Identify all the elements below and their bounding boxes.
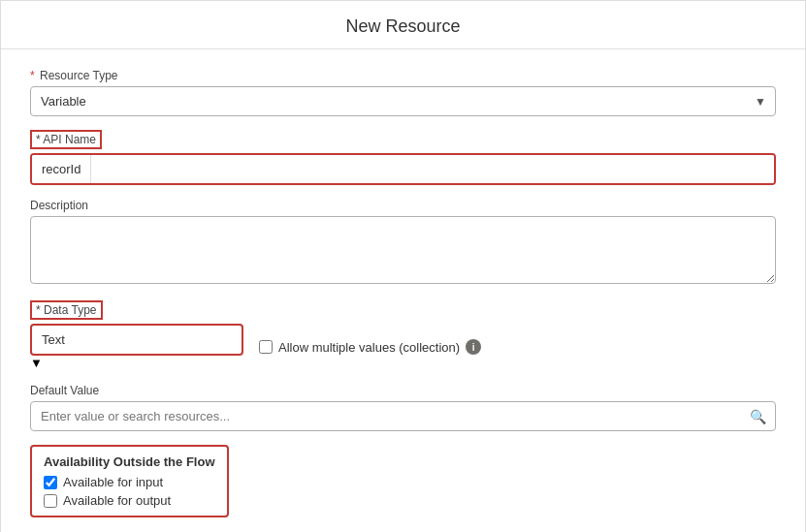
api-name-group: * API Name recorId	[30, 130, 776, 185]
availability-output-item: Available for output	[44, 493, 215, 508]
api-name-inner: recorId	[32, 155, 774, 183]
available-output-checkbox[interactable]	[44, 494, 57, 508]
api-name-label: * API Name	[30, 130, 102, 149]
resource-type-group: * Resource Type Variable Constant Formul…	[30, 69, 776, 116]
allow-multiple-group: Allow multiple values (collection) i	[259, 339, 481, 355]
modal-header: New Resource	[1, 1, 805, 49]
allow-multiple-checkbox[interactable]	[259, 340, 273, 354]
api-name-required: *	[36, 133, 41, 146]
api-name-prefix: recorId	[32, 155, 91, 183]
available-output-label: Available for output	[63, 493, 171, 508]
allow-multiple-label: Allow multiple values (collection)	[278, 340, 460, 355]
api-name-input[interactable]	[91, 155, 774, 183]
available-input-checkbox[interactable]	[44, 476, 57, 489]
data-type-row: Text Number Currency Date Date/Time Bool…	[30, 324, 776, 370]
api-name-wrapper: recorId	[30, 153, 776, 185]
resource-type-select-wrapper: Variable Constant Formula Collection ▼	[30, 86, 776, 116]
allow-multiple-info-icon[interactable]: i	[466, 339, 481, 355]
data-type-select[interactable]: Text Number Currency Date Date/Time Bool…	[30, 324, 243, 356]
resource-type-label: * Resource Type	[30, 69, 776, 82]
modal-body: * Resource Type Variable Constant Formul…	[1, 49, 805, 532]
available-input-label: Available for input	[63, 475, 163, 489]
data-type-required: *	[36, 303, 41, 317]
data-type-group: * Data Type Text Number Currency Date Da…	[30, 300, 776, 370]
data-type-chevron-icon: ▼	[30, 356, 43, 370]
default-value-wrapper: 🔍	[30, 401, 776, 431]
data-type-label: * Data Type	[30, 300, 103, 320]
resource-type-required: *	[30, 69, 35, 82]
availability-title: Availability Outside the Flow	[44, 454, 215, 469]
default-value-group: Default Value 🔍	[30, 384, 776, 431]
availability-group: Availability Outside the Flow Available …	[30, 445, 776, 517]
resource-type-select[interactable]: Variable Constant Formula Collection	[30, 86, 776, 116]
default-value-label: Default Value	[30, 384, 776, 397]
description-textarea[interactable]	[30, 216, 776, 284]
modal-title: New Resource	[1, 16, 805, 37]
data-type-select-wrapper: Text Number Currency Date Date/Time Bool…	[30, 324, 243, 370]
description-group: Description	[30, 199, 776, 287]
default-value-input[interactable]	[30, 401, 776, 431]
availability-section: Availability Outside the Flow Available …	[30, 445, 229, 517]
description-label: Description	[30, 199, 776, 212]
new-resource-modal: New Resource * Resource Type Variable Co…	[0, 0, 806, 532]
availability-input-item: Available for input	[44, 475, 215, 489]
